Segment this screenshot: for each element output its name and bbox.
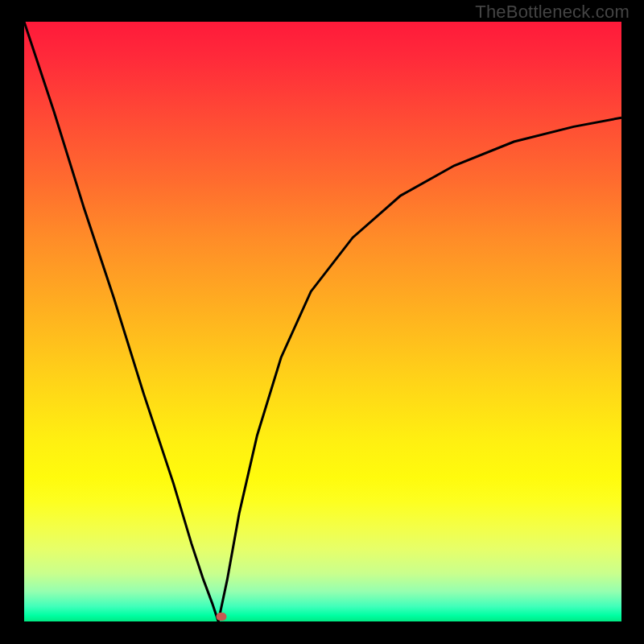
watermark-text: TheBottleneck.com bbox=[475, 2, 630, 23]
curve-right-branch bbox=[218, 118, 621, 621]
curve-layer bbox=[24, 22, 621, 621]
plot-area bbox=[24, 22, 621, 621]
chart-container: TheBottleneck.com bbox=[0, 0, 644, 644]
minimum-marker bbox=[216, 613, 226, 621]
curve-left-branch bbox=[24, 22, 218, 621]
